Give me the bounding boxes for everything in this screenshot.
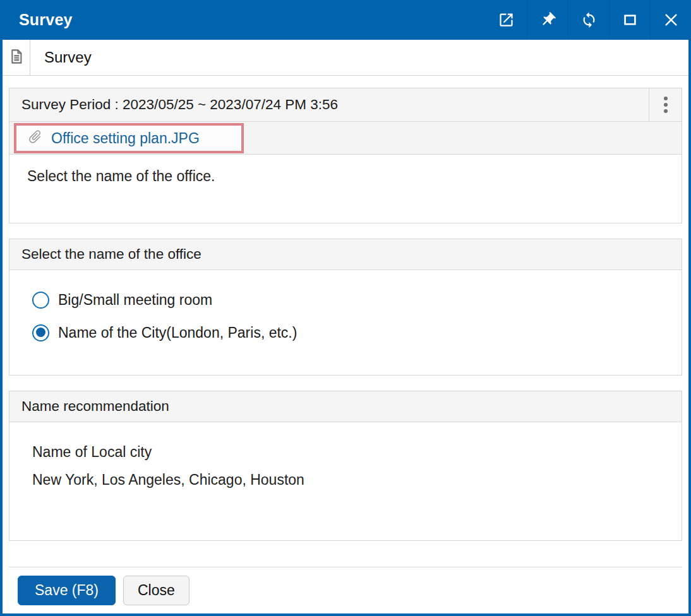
- tab-icon-cell: [3, 40, 30, 75]
- refresh-icon: [580, 11, 598, 28]
- footer-bar: Save (F8) Close: [9, 567, 682, 613]
- recommendation-line: New York, Los Angeles, Chicago, Houston: [32, 466, 682, 494]
- pin-icon: [539, 11, 556, 28]
- attachment-link[interactable]: Office setting plan.JPG: [27, 129, 200, 148]
- close-button[interactable]: Close: [123, 576, 189, 605]
- window-title: Survey: [0, 11, 73, 29]
- radio-button[interactable]: [32, 292, 49, 309]
- attachment-filename: Office setting plan.JPG: [51, 130, 200, 147]
- main-content: Survey Period : 2023/05/25 ~ 2023/07/24 …: [3, 76, 688, 613]
- open-in-new-window-button[interactable]: [486, 0, 527, 40]
- question-panel: Select the name of the office Big/Small …: [9, 239, 682, 376]
- refresh-button[interactable]: [568, 0, 609, 40]
- recommendation-panel: Name recommendation Name of Local city N…: [9, 391, 682, 541]
- survey-period-text: Survey Period : 2023/05/25 ~ 2023/07/24 …: [21, 97, 338, 113]
- radio-button[interactable]: [32, 324, 49, 341]
- open-in-new-icon: [498, 11, 515, 28]
- attachment-row: Office setting plan.JPG: [9, 122, 682, 155]
- paperclip-icon: [27, 129, 43, 148]
- kebab-menu-icon: [664, 97, 668, 113]
- survey-period-header: Survey Period : 2023/05/25 ~ 2023/07/24 …: [9, 88, 682, 122]
- page-title: Survey: [30, 40, 92, 75]
- option-big-small-meeting-room[interactable]: Big/Small meeting room: [32, 283, 682, 316]
- option-name-of-the-city[interactable]: Name of the City(London, Paris, etc.): [32, 316, 682, 349]
- maximize-button[interactable]: [609, 0, 650, 40]
- maximize-icon: [622, 11, 639, 28]
- recommendation-line: Name of Local city: [32, 438, 682, 466]
- recommendation-title: Name recommendation: [9, 391, 682, 422]
- document-icon: [8, 48, 25, 68]
- option-label: Name of the City(London, Paris, etc.): [58, 324, 297, 341]
- question-title: Select the name of the office: [9, 239, 682, 270]
- close-window-button[interactable]: [650, 0, 691, 40]
- option-label: Big/Small meeting room: [58, 292, 212, 309]
- close-icon: [663, 11, 680, 28]
- save-button[interactable]: Save (F8): [18, 576, 116, 605]
- recommendation-body: Name of Local city New York, Los Angeles…: [9, 422, 682, 540]
- window-titlebar: Survey: [0, 0, 691, 40]
- question-options: Big/Small meeting room Name of the City(…: [9, 270, 682, 375]
- survey-options-menu-button[interactable]: [649, 88, 682, 121]
- survey-info-panel: Survey Period : 2023/05/25 ~ 2023/07/24 …: [9, 88, 682, 223]
- pin-button[interactable]: [527, 0, 568, 40]
- survey-description: Select the name of the office.: [9, 155, 682, 223]
- tab-bar: Survey: [3, 40, 688, 76]
- titlebar-actions: [486, 0, 691, 40]
- attachment-highlight-box: Office setting plan.JPG: [14, 123, 244, 153]
